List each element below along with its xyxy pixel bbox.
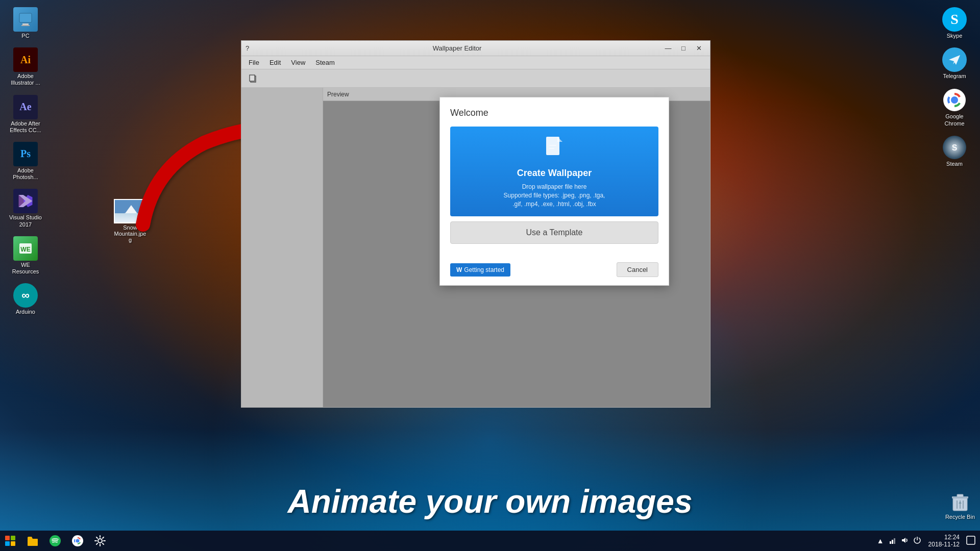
svg-text:S: S (952, 143, 958, 152)
we-menu-steam[interactable]: Steam (310, 58, 340, 67)
create-wallpaper-button[interactable]: Create Wallpaper Drop wallpaper file her… (450, 127, 658, 216)
tray-notification-icon[interactable] (966, 536, 976, 546)
desktop-icon-telegram[interactable]: Telegram (934, 45, 975, 82)
welcome-dialog: Welcome Create Wallpaper (439, 97, 669, 286)
we-menubar: File Edit View Steam (241, 56, 710, 69)
getting-started-button[interactable]: W Getting started (450, 263, 510, 277)
desktop-icon-skype[interactable]: S Skype (934, 5, 975, 41)
svg-rect-40 (967, 536, 975, 544)
pc-icon (13, 7, 38, 32)
tray-network-icon[interactable] (888, 536, 898, 546)
snow-mountain-file[interactable]: SnowMountain.jpeg (110, 199, 151, 243)
create-wallpaper-label: Create Wallpaper (517, 168, 592, 179)
we-menu-edit[interactable]: Edit (264, 58, 286, 67)
desktop-icon-ae[interactable]: Ae Adobe After Effects CC... (5, 93, 46, 136)
dialog-footer: W Getting started Cancel (440, 258, 669, 285)
steam-desktop-icon: S (942, 135, 967, 160)
we-content: Preview Welcome (241, 88, 710, 407)
svg-rect-0 (19, 13, 32, 22)
desktop-icon-ps[interactable]: Ps Adobe Photosh... (5, 140, 46, 183)
cancel-button[interactable]: Cancel (617, 262, 658, 277)
snow-mountain-thumbnail (114, 199, 146, 223)
taskbar-spotify[interactable] (45, 531, 65, 551)
we-main-area: Preview Welcome (323, 88, 710, 407)
windows-logo-icon (5, 536, 15, 546)
svg-rect-19 (250, 75, 255, 81)
desktop: PC Ai Adobe Illustrator ... Ae Adobe Aft… (0, 0, 980, 551)
tray-volume-icon[interactable] (900, 536, 910, 546)
chrome-icon-label: Google Chrome (936, 113, 973, 127)
dialog-content: Welcome Create Wallpaper (440, 97, 669, 258)
svg-rect-36 (892, 540, 893, 544)
we-help-btn[interactable]: ? (246, 44, 249, 52)
we-menu-view[interactable]: View (286, 58, 310, 67)
we-close-btn[interactable]: ✕ (692, 43, 706, 54)
ai-icon: Ai (13, 47, 38, 72)
desktop-icons-right: S Skype Telegram (934, 5, 975, 169)
vs-icon-label: Visual Studio 2017 (7, 214, 44, 228)
desktop-icon-steam[interactable]: S Steam (934, 133, 975, 169)
clock-time: 12:24 (928, 534, 960, 541)
desktop-icon-ai[interactable]: Ai Adobe Illustrator ... (5, 45, 46, 88)
clock-date: 2018-11-12 (928, 541, 960, 548)
telegram-icon-label: Telegram (943, 73, 966, 80)
svg-rect-37 (894, 538, 895, 544)
desktop-icons-left: PC Ai Adobe Illustrator ... Ae Adobe Aft… (5, 5, 46, 317)
we-menu-file[interactable]: File (243, 58, 264, 67)
we-minimize-btn[interactable]: ― (661, 43, 675, 54)
use-template-button[interactable]: Use a Template (450, 221, 658, 244)
we-toolbar-copy-btn[interactable] (246, 71, 261, 86)
svg-rect-22 (549, 145, 556, 146)
taskbar-settings[interactable] (90, 531, 110, 551)
ae-icon-label: Adobe After Effects CC... (7, 120, 44, 134)
svg-marker-21 (557, 137, 562, 142)
steam-icon-label: Steam (946, 161, 963, 167)
getting-started-label: Getting started (464, 266, 504, 273)
ps-icon: Ps (13, 142, 38, 166)
telegram-icon (942, 47, 967, 72)
desktop-icon-arduino[interactable]: ∞ Arduino (5, 281, 46, 317)
svg-point-10 (951, 96, 958, 104)
skype-icon: S (942, 7, 967, 32)
dialog-title: Welcome (450, 108, 658, 118)
arduino-icon-label: Arduino (16, 309, 35, 315)
tray-up-arrow[interactable]: ▲ (875, 537, 886, 545)
vs-icon (13, 189, 38, 213)
snow-mountain-label: SnowMountain.jpeg (114, 224, 146, 243)
taskbar-start-button[interactable] (0, 531, 20, 551)
taskbar-pinned-items (22, 531, 110, 551)
taskbar-clock[interactable]: 12:24 2018-11-12 (924, 534, 964, 548)
taskbar-right: ▲ 12:24 2018-11-12 (875, 534, 980, 548)
svg-rect-16 (115, 218, 146, 223)
svg-marker-15 (115, 213, 135, 223)
system-tray: ▲ (875, 536, 922, 546)
we-sidebar (241, 88, 323, 407)
taskbar-chrome[interactable] (67, 531, 88, 551)
we-window-title: Wallpaper Editor (253, 44, 661, 52)
we-title-controls: ― □ ✕ (661, 43, 706, 54)
svg-point-31 (50, 535, 61, 546)
arduino-icon: ∞ (13, 283, 38, 308)
pc-icon-label: PC (21, 33, 29, 39)
svg-rect-2 (21, 25, 30, 26)
desktop-icon-vs[interactable]: Visual Studio 2017 (5, 187, 46, 230)
svg-rect-23 (549, 148, 554, 149)
we-maximize-btn[interactable]: □ (676, 43, 691, 54)
taskbar-file-explorer[interactable] (22, 531, 43, 551)
svg-marker-38 (902, 538, 905, 543)
create-wallpaper-icon (544, 135, 565, 164)
desktop-icon-we[interactable]: WE WE Resources (5, 234, 46, 277)
wallpaper-editor-window: ? Wallpaper Editor ― □ ✕ File Edit View … (241, 40, 710, 408)
we-toolbar (241, 69, 710, 88)
svg-rect-1 (22, 23, 29, 25)
chrome-icon (942, 88, 967, 112)
svg-text:WE: WE (20, 246, 30, 253)
svg-point-34 (76, 539, 80, 543)
create-drop-text: Drop wallpaper file hereSupported file t… (504, 183, 605, 208)
desktop-icon-pc[interactable]: PC (5, 5, 46, 41)
ae-icon: Ae (13, 95, 38, 119)
bottom-overlay-text: Animate your own images (0, 483, 980, 520)
svg-rect-35 (890, 541, 891, 544)
desktop-icon-chrome[interactable]: Google Chrome (934, 86, 975, 129)
tray-power-icon[interactable] (912, 536, 922, 546)
